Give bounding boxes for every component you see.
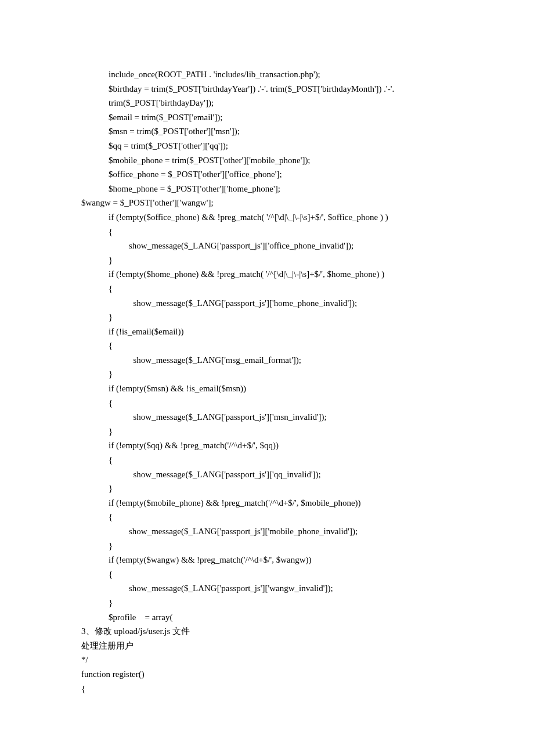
- code-line: if (!empty($mobile_phone) && !preg_match…: [0, 496, 534, 510]
- code-line: if (!empty($wangw) && !preg_match('/^\d+…: [0, 553, 534, 567]
- code-line: $profile = array(: [0, 610, 534, 625]
- code-line: $birthday = trim($_POST['birthdayYear'])…: [0, 82, 534, 96]
- code-line: include_once(ROOT_PATH . 'includes/lib_t…: [0, 67, 534, 82]
- code-line: if (!empty($home_phone) && !preg_match( …: [0, 267, 534, 282]
- code-line: show_message($_LANG['msg_email_format'])…: [0, 353, 534, 368]
- code-line: {: [0, 682, 534, 696]
- document-page: include_once(ROOT_PATH . 'includes/lib_t…: [0, 0, 534, 756]
- code-line: function register(): [0, 667, 534, 682]
- code-line: show_message($_LANG['passport_js']['offi…: [0, 239, 534, 253]
- code-line: $office_phone = $_POST['other']['office_…: [0, 167, 534, 182]
- code-line: $wangw = $_POST['other']['wangw'];: [0, 196, 534, 210]
- code-line: }: [0, 367, 534, 381]
- code-line: {: [0, 225, 534, 239]
- code-line: $msn = trim($_POST['other']['msn']);: [0, 124, 534, 139]
- code-line: }: [0, 481, 534, 496]
- code-line: show_message($_LANG['passport_js']['home…: [0, 296, 534, 311]
- code-line: if (!empty($msn) && !is_email($msn)): [0, 381, 534, 396]
- code-line: }: [0, 596, 534, 610]
- code-line: $qq = trim($_POST['other']['qq']);: [0, 139, 534, 153]
- code-line: if (!empty($office_phone) && !preg_match…: [0, 210, 534, 225]
- code-line: show_message($_LANG['passport_js']['wang…: [0, 581, 534, 596]
- code-line: show_message($_LANG['passport_js']['mobi…: [0, 524, 534, 539]
- code-line: {: [0, 282, 534, 296]
- code-line: {: [0, 510, 534, 524]
- code-line: 处理注册用户: [0, 639, 534, 653]
- code-line: {: [0, 339, 534, 353]
- code-line: 3、修改 upload/js/user.js 文件: [0, 624, 534, 639]
- code-line: $email = trim($_POST['email']);: [0, 110, 534, 125]
- code-line: {: [0, 453, 534, 467]
- code-line: show_message($_LANG['passport_js']['qq_i…: [0, 467, 534, 482]
- code-line: }: [0, 310, 534, 325]
- code-line: }: [0, 253, 534, 268]
- code-line: }: [0, 539, 534, 553]
- code-line: {: [0, 567, 534, 582]
- code-line: show_message($_LANG['passport_js']['msn_…: [0, 410, 534, 424]
- code-line: $home_phone = $_POST['other']['home_phon…: [0, 182, 534, 196]
- code-line: */: [0, 653, 534, 667]
- code-line: trim($_POST['birthdayDay']);: [0, 96, 534, 110]
- code-line: }: [0, 424, 534, 439]
- code-line: $mobile_phone = trim($_POST['other']['mo…: [0, 153, 534, 168]
- code-line: {: [0, 396, 534, 411]
- code-line: if (!is_email($email)): [0, 325, 534, 339]
- code-line: if (!empty($qq) && !preg_match('/^\d+$/'…: [0, 438, 534, 453]
